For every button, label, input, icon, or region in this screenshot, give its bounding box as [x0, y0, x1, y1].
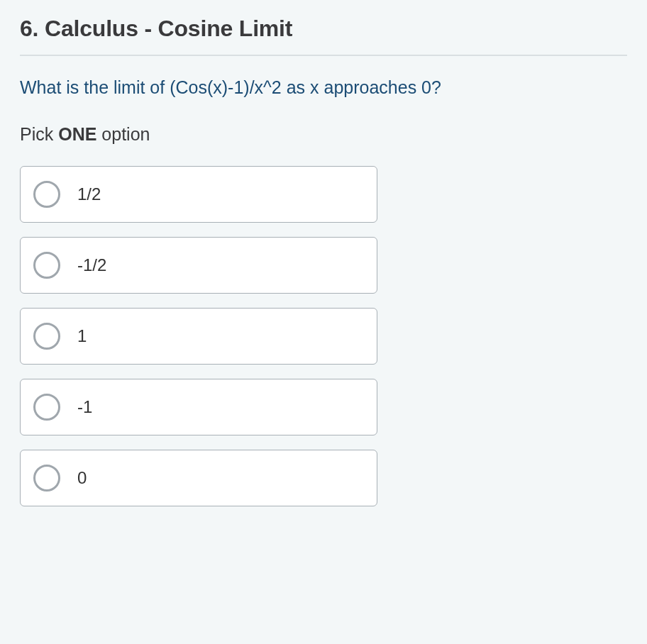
instruction-prefix: Pick — [20, 124, 58, 144]
question-text: What is the limit of (Cos(x)-1)/x^2 as x… — [20, 74, 627, 100]
option-label: 1 — [77, 326, 87, 346]
option-5[interactable]: 0 — [20, 450, 377, 506]
instruction-suffix: option — [96, 124, 150, 144]
option-4[interactable]: -1 — [20, 379, 377, 435]
divider — [20, 55, 627, 56]
instruction-text: Pick ONE option — [20, 124, 627, 145]
radio-icon — [33, 394, 60, 421]
option-label: 1/2 — [77, 184, 101, 204]
option-3[interactable]: 1 — [20, 308, 377, 365]
option-label: -1/2 — [77, 255, 106, 275]
instruction-bold: ONE — [58, 124, 96, 144]
option-label: 0 — [77, 468, 87, 488]
question-number: 6. — [20, 16, 38, 41]
radio-icon — [33, 465, 60, 492]
option-label: -1 — [77, 397, 92, 417]
radio-icon — [33, 323, 60, 350]
question-title-text: Calculus - Cosine Limit — [45, 16, 292, 41]
option-2[interactable]: -1/2 — [20, 237, 377, 294]
radio-icon — [33, 252, 60, 279]
radio-icon — [33, 181, 60, 208]
options-list: 1/2 -1/2 1 -1 0 — [20, 166, 377, 506]
option-1[interactable]: 1/2 — [20, 166, 377, 223]
question-title: 6. Calculus - Cosine Limit — [20, 16, 627, 42]
